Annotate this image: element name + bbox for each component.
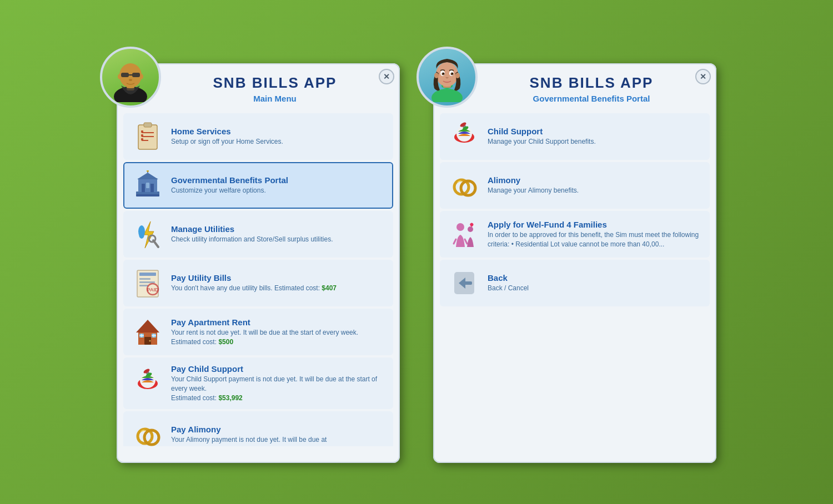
right-menu-list: Child Support Manage your Child Support …: [440, 113, 710, 306]
pay-utility-bills-title: Pay Utility Bills: [171, 273, 385, 283]
right-panel: SNB Bills App Governmental Benefits Port…: [433, 63, 716, 463]
svg-marker-19: [137, 173, 158, 179]
svg-rect-10: [144, 123, 152, 127]
pay-apartment-rent-desc: Your rent is not due yet. It will be due…: [171, 328, 385, 347]
wel-fund-desc: In order to be approved for this benefit…: [488, 230, 702, 249]
pay-apartment-rent-text: Pay Apartment Rent Your rent is not due …: [171, 317, 385, 347]
home-services-text: Home Services Setup or sign off your Hom…: [171, 127, 385, 147]
pay-child-support-text: Pay Child Support Your Child Support pay…: [171, 364, 385, 402]
child-support-icon: [131, 367, 164, 400]
svg-text:PAID: PAID: [147, 287, 159, 293]
pay-alimony-desc: Your Alimony payment is not due yet. It …: [171, 435, 385, 445]
right-close-button[interactable]: ✕: [695, 69, 711, 84]
svg-rect-23: [136, 194, 159, 196]
svg-point-71: [456, 223, 464, 231]
right-menu-item-back[interactable]: Back Back / Cancel: [440, 260, 710, 306]
right-panel-title: SNB Bills App: [478, 74, 705, 92]
pay-apartment-rent-title: Pay Apartment Rent: [171, 317, 385, 327]
svg-rect-77: [464, 281, 472, 285]
svg-point-8: [129, 79, 132, 81]
menu-item-manage-utilities[interactable]: Manage Utilities Check utility informati…: [123, 211, 393, 258]
house-icon: [131, 315, 164, 349]
manage-utilities-title: Manage Utilities: [171, 224, 385, 234]
left-panel: SNB Bills App Main Menu ✕: [117, 63, 400, 463]
wel-fund-text: Apply for Wel-Fund 4 Families In order t…: [488, 220, 702, 249]
left-menu-list: Home Services Setup or sign off your Hom…: [123, 113, 393, 446]
menu-item-gov-benefits[interactable]: Governmental Benefits Portal Customize y…: [123, 162, 393, 209]
left-panel-wrapper: SNB Bills App Main Menu ✕: [117, 63, 400, 463]
alimony-title: Alimony: [488, 175, 702, 185]
svg-rect-21: [150, 184, 154, 192]
utilities-icon: [131, 218, 164, 251]
svg-point-39: [149, 340, 151, 341]
pay-alimony-text: Pay Alimony Your Alimony payment is not …: [171, 425, 385, 445]
svg-rect-14: [141, 130, 143, 133]
svg-point-55: [436, 62, 458, 87]
manage-utilities-text: Manage Utilities Check utility informati…: [171, 224, 385, 244]
svg-rect-20: [142, 184, 145, 192]
pay-utility-bills-desc: You don't have any due utility bills. Es…: [171, 284, 385, 293]
wel-fund-title: Apply for Wel-Fund 4 Families: [488, 220, 702, 229]
svg-point-25: [147, 170, 149, 172]
left-panel-subtitle: Main Menu: [161, 94, 389, 103]
svg-point-61: [451, 73, 454, 75]
child-support-title: Child Support: [488, 127, 702, 136]
left-close-button[interactable]: ✕: [379, 69, 394, 84]
right-menu-item-alimony[interactable]: Alimony Manage your Alimony benefits.: [440, 162, 710, 209]
back-icon: [448, 266, 481, 300]
pay-utility-bills-text: Pay Utility Bills You don't have any due…: [171, 273, 385, 293]
alimony-text: Alimony Manage your Alimony benefits.: [488, 175, 702, 195]
svg-point-53: [431, 89, 463, 102]
clipboard-icon: [131, 120, 164, 153]
svg-rect-30: [139, 273, 156, 276]
alimony-desc: Manage your Alimony benefits.: [488, 186, 702, 195]
svg-rect-5: [121, 73, 129, 77]
alimony-icon: [131, 418, 164, 446]
manage-utilities-desc: Check utility information and Store/Sell…: [171, 235, 385, 244]
left-avatar: [100, 47, 161, 108]
svg-point-56: [434, 73, 439, 78]
right-alimony-icon: [448, 169, 481, 202]
child-support-desc: Manage your Child Support benefits.: [488, 137, 702, 147]
right-panel-subtitle: Governmental Benefits Portal: [478, 94, 705, 103]
svg-rect-15: [141, 134, 143, 137]
svg-line-72: [454, 239, 456, 244]
menu-item-pay-alimony[interactable]: Pay Alimony Your Alimony payment is not …: [123, 411, 393, 446]
home-services-title: Home Services: [171, 127, 385, 136]
left-panel-title: SNB Bills App: [161, 74, 389, 92]
svg-rect-33: [139, 285, 148, 286]
gov-benefits-text: Governmental Benefits Portal Customize y…: [171, 175, 385, 195]
home-services-desc: Setup or sign off your Home Services.: [171, 137, 385, 147]
pay-child-support-desc: Your Child Support payment is not due ye…: [171, 375, 385, 402]
svg-point-63: [452, 73, 453, 74]
bills-icon: PAID: [131, 266, 164, 300]
right-child-support-icon: [448, 120, 481, 153]
menu-item-pay-apartment-rent[interactable]: Pay Apartment Rent Your rent is not due …: [123, 309, 393, 355]
svg-point-60: [442, 73, 445, 75]
menu-item-pay-utility-bills[interactable]: PAID Pay Utility Bills You don't have an…: [123, 260, 393, 306]
building-icon: [131, 169, 164, 202]
menu-item-home-services[interactable]: Home Services Setup or sign off your Hom…: [123, 113, 393, 160]
right-menu-item-child-support[interactable]: Child Support Manage your Child Support …: [440, 113, 710, 160]
pay-alimony-title: Pay Alimony: [171, 425, 385, 434]
child-support-text: Child Support Manage your Child Support …: [488, 127, 702, 147]
back-text: Back Back / Cancel: [488, 273, 702, 293]
back-desc: Back / Cancel: [488, 284, 702, 293]
back-title: Back: [488, 273, 702, 283]
right-avatar: [416, 47, 478, 108]
pay-child-support-title: Pay Child Support: [171, 364, 385, 374]
svg-point-62: [443, 73, 444, 74]
right-menu-item-wel-fund[interactable]: Apply for Wel-Fund 4 Families In order t…: [440, 211, 710, 258]
svg-rect-31: [139, 278, 150, 280]
svg-point-74: [468, 226, 473, 232]
gov-benefits-desc: Customize your welfare options.: [171, 186, 385, 195]
menu-item-pay-child-support[interactable]: Pay Child Support Your Child Support pay…: [123, 357, 393, 409]
family-icon: [448, 218, 481, 251]
gov-benefits-title: Governmental Benefits Portal: [171, 175, 385, 185]
svg-rect-22: [146, 183, 149, 188]
svg-marker-37: [136, 320, 159, 332]
svg-rect-6: [132, 73, 140, 77]
svg-rect-16: [141, 138, 143, 140]
svg-point-57: [455, 73, 460, 78]
right-panel-wrapper: SNB Bills App Governmental Benefits Port…: [433, 63, 716, 463]
